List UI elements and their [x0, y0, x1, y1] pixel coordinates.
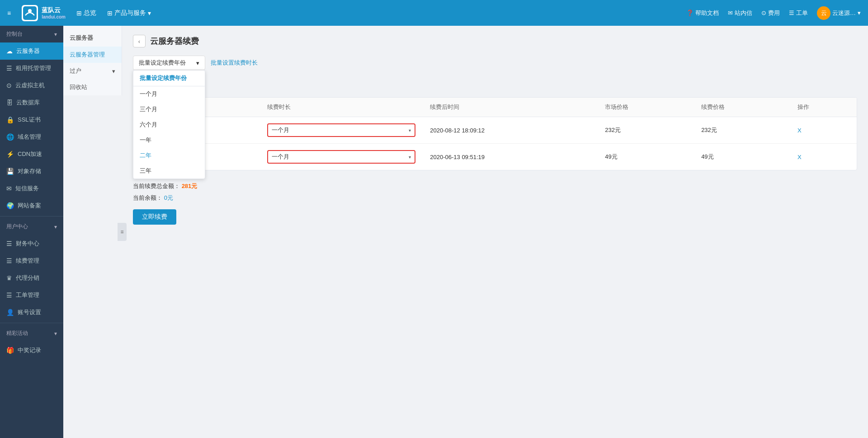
- td-renew-price-row1: 232元: [694, 117, 790, 144]
- dropdown-header-label: 批量设定续费年份: [140, 75, 187, 81]
- back-button[interactable]: ‹: [133, 35, 146, 47]
- duration-text-row1: 一个月: [272, 126, 289, 134]
- dropdown-item-three-months[interactable]: 三个月: [133, 102, 205, 117]
- sub-sidebar: 云服务器 云服务器管理 过户 ▾ 回收站: [63, 26, 122, 95]
- dropdown-item-one-year[interactable]: 一年: [133, 132, 205, 148]
- dropdown-item-three-years[interactable]: 三年: [133, 163, 205, 179]
- sidebar-item-label: 账号设置: [18, 308, 41, 316]
- sms-icon: ✉: [6, 185, 12, 192]
- dropdown-item-label: 三个月: [140, 106, 157, 113]
- th-action: 操作: [790, 98, 857, 117]
- duration-select-row1[interactable]: 一个月 ▾: [267, 123, 415, 137]
- logo-subtitle: landui.com: [42, 14, 66, 19]
- batch-dropdown[interactable]: 批量设定续费年份 ▾ 批量设定续费年份 一个月 三个月 六个月: [133, 56, 205, 70]
- sidebar-item-finance[interactable]: ☰ 财务中心: [0, 235, 63, 252]
- sidebar-item-sms[interactable]: ✉ 短信服务: [0, 180, 63, 197]
- dropdown-item-label: 三年: [140, 167, 151, 174]
- toolbar: 批量设定续费年份 ▾ 批量设定续费年份 一个月 三个月 六个月: [133, 56, 857, 70]
- sidebar-item-label: 财务中心: [16, 240, 39, 248]
- db-icon: 🗄: [6, 99, 13, 106]
- td-action-row1: X: [790, 117, 857, 144]
- domain-icon: 🌐: [6, 133, 14, 141]
- sidebar-item-hosting-mgmt[interactable]: ☰ 租用托管管理: [0, 60, 63, 77]
- sub-sidebar-item-recycle[interactable]: 回收站: [63, 79, 122, 95]
- products-nav-item[interactable]: ⊞ 产品与服务 ▾: [107, 9, 151, 17]
- logo-name: 蓝队云: [42, 6, 66, 14]
- transfer-arrow: ▾: [112, 68, 115, 75]
- products-dropdown-arrow: ▾: [148, 9, 151, 17]
- sidebar-item-label: 网站备案: [18, 202, 41, 210]
- billing-icon: ⊙: [761, 9, 766, 16]
- sidebar-item-icp[interactable]: 🌍 网站备案: [0, 197, 63, 214]
- tickets-label: 工单: [796, 9, 808, 17]
- dropdown-item-one-month[interactable]: 一个月: [133, 86, 205, 102]
- sidebar-item-vhost[interactable]: ⊙ 云虚拟主机: [0, 77, 63, 94]
- server-table: IP地址 续费时长 续费后时间 市场价格 续费价格 操作: [133, 98, 857, 170]
- table-header: IP地址 续费时长 续费后时间 市场价格 续费价格 操作: [133, 98, 857, 117]
- batch-dropdown-button[interactable]: 批量设定续费年份 ▾: [133, 56, 205, 70]
- sidebar-item-lottery[interactable]: 🎁 中奖记录: [0, 342, 63, 359]
- back-icon: ‹: [138, 38, 140, 45]
- help-docs-button[interactable]: ❓ 帮助文档: [686, 9, 719, 17]
- batch-set-duration-link[interactable]: 批量设置续费时长: [211, 59, 258, 67]
- sub-sidebar-item-label: 回收站: [70, 84, 87, 90]
- sidebar-item-cdn[interactable]: ⚡ CDN加速: [0, 146, 63, 163]
- billing-button[interactable]: ⊙ 费用: [761, 9, 780, 17]
- sidebar-item-label: 云服务器: [16, 47, 40, 55]
- sidebar-item-agent[interactable]: ♛ 代理分销: [0, 269, 63, 287]
- delete-button-row2[interactable]: X: [797, 154, 802, 160]
- sub-sidebar-item-transfer[interactable]: 过户 ▾: [63, 63, 122, 79]
- th-renew-time: 续费后时间: [423, 98, 598, 117]
- menu-toggle-icon: ≡: [7, 9, 11, 17]
- duration-select-row2[interactable]: 一个月 ▾: [267, 150, 415, 164]
- user-name: 云迷源…: [832, 9, 856, 17]
- sub-sidebar-collapse-button[interactable]: ≡: [118, 223, 127, 241]
- sidebar-item-domain[interactable]: 🌐 域名管理: [0, 128, 63, 146]
- collapse-icon: ≡: [120, 229, 123, 235]
- dropdown-item-two-years[interactable]: 二年: [133, 148, 205, 163]
- menu-toggle-button[interactable]: ≡: [7, 9, 11, 17]
- dropdown-item-six-months[interactable]: 六个月: [133, 117, 205, 132]
- sidebar-item-renewal[interactable]: ☰ 续费管理: [0, 252, 63, 269]
- td-action-row2: X: [790, 144, 857, 170]
- tickets-button[interactable]: ☰ 工单: [789, 9, 808, 17]
- user-menu-button[interactable]: 云 云迷源… ▾: [817, 6, 861, 20]
- account-icon: 👤: [6, 309, 14, 316]
- table-row: 1█████9 一个月 ▾ 2020-08-12 18:09:12: [133, 117, 857, 144]
- finance-icon: ☰: [6, 240, 12, 247]
- icp-icon: 🌍: [6, 202, 14, 209]
- tickets-icon: ☰: [789, 9, 794, 16]
- agent-icon: ♛: [6, 274, 12, 282]
- summary-section: 当前续费总金额： 281元 当前余额： 0元 立即续费: [133, 178, 857, 229]
- dropdown-item-label: 一年: [140, 137, 151, 143]
- renew-now-button[interactable]: 立即续费: [133, 209, 176, 225]
- sidebar-item-label: 租用托管管理: [16, 64, 51, 72]
- sidebar-item-ssl[interactable]: 🔒 SSL证书: [0, 111, 63, 128]
- td-renew-price-row2: 49元: [694, 144, 790, 170]
- content-area: ‹ 云服务器续费 批量设定续费年份 ▾ 批量设定续费年份 一个月: [122, 26, 868, 438]
- total-label: 当前续费总金额：: [133, 183, 180, 189]
- user-center-arrow: ▾: [54, 224, 57, 230]
- sub-sidebar-item-server-mgmt[interactable]: 云服务器管理: [63, 47, 122, 63]
- sidebar-item-account[interactable]: 👤 账号设置: [0, 304, 63, 321]
- products-icon: ⊞: [107, 9, 113, 17]
- renew-price-row1: 232元: [701, 127, 717, 133]
- sidebar-item-object-storage[interactable]: 💾 对象存储: [0, 163, 63, 180]
- sidebar-item-cloud-server[interactable]: ☁ 云服务器: [0, 42, 63, 60]
- logo-icon: [23, 6, 37, 20]
- messages-button[interactable]: ✉ 站内信: [728, 9, 752, 17]
- sidebar: 控制台 ▾ ☁ 云服务器 ☰ 租用托管管理 ⊙ 云虚拟主机 🗄 云数据库 🔒 S…: [0, 26, 63, 438]
- cloud-server-icon: ☁: [6, 47, 13, 55]
- control-panel-arrow: ▾: [54, 31, 57, 38]
- sidebar-item-cloud-db[interactable]: 🗄 云数据库: [0, 94, 63, 111]
- user-center-header[interactable]: 用户中心 ▾: [0, 218, 63, 235]
- delete-button-row1[interactable]: X: [797, 127, 802, 134]
- control-panel-header[interactable]: 控制台 ▾: [0, 26, 63, 42]
- promo-header[interactable]: 精彩活动 ▾: [0, 325, 63, 342]
- table-body: 1█████9 一个月 ▾ 2020-08-12 18:09:12: [133, 117, 857, 170]
- cdn-icon: ⚡: [6, 151, 14, 158]
- td-market-price-row2: 49元: [598, 144, 694, 170]
- overview-nav-item[interactable]: ⊞ 总览: [76, 9, 96, 17]
- sidebar-item-label: 工单管理: [16, 291, 39, 299]
- sidebar-item-work-order[interactable]: ☰ 工单管理: [0, 287, 63, 304]
